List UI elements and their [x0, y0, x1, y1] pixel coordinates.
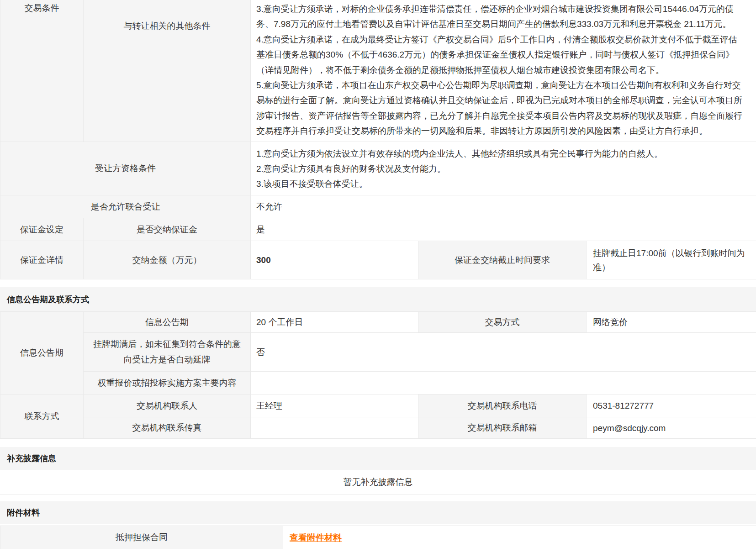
group-label-deposit-detail: 保证金详情 — [0, 241, 84, 279]
label-pay-deposit: 是否交纳保证金 — [84, 218, 251, 241]
attachment-link-cell: 查看附件材料 — [283, 526, 756, 549]
value-contact-fax — [251, 417, 418, 439]
label-auto-extension: 挂牌期满后，如未征集到符合条件的意向受让方是否自动延牌 — [84, 333, 251, 372]
section-header-attachments: 附件材料 — [0, 501, 756, 524]
view-attachment-link[interactable]: 查看附件材料 — [290, 531, 342, 545]
label-mortgage-guarantee-contract: 抵押担保合同 — [0, 526, 283, 549]
section-header-announcement-contact: 信息公告期及联系方式 — [0, 287, 756, 311]
group-label-announcement-period: 信息公告期 — [0, 312, 84, 394]
value-transferee-qualification: 1.意向受让方须为依法设立并有效存续的境内企业法人、其他经济组织或具有完全民事行… — [251, 142, 756, 195]
announcement-contact-table: 信息公告期 信息公告期 20 个工作日 交易方式 网络竞价 挂牌期满后，如未征集… — [0, 311, 756, 439]
value-other-transfer-conditions: 3.意向受让方须承诺，对标的企业债务承担连带清偿责任，偿还标的企业对烟台城市建设… — [251, 0, 756, 142]
transaction-conditions-table: 交易条件 与转让相关的其他条件 3.意向受让方须承诺，对标的企业债务承担连带清偿… — [0, 0, 756, 279]
label-transferee-qualification: 受让方资格条件 — [0, 142, 251, 195]
label-trade-method: 交易方式 — [418, 312, 587, 333]
label-joint-transfer-allowed: 是否允许联合受让 — [0, 195, 251, 218]
value-auto-extension: 否 — [251, 333, 756, 372]
label-contact-person: 交易机构联系人 — [84, 394, 251, 417]
value-trade-method: 网络竞价 — [587, 312, 756, 333]
value-contact-phone: 0531-81272777 — [587, 394, 756, 417]
label-contact-phone: 交易机构联系电话 — [418, 394, 587, 417]
supplement-empty-text: 暂无补充披露信息 — [0, 470, 756, 494]
value-contact-person: 王经理 — [251, 394, 418, 417]
group-label-deal-conditions: 交易条件 — [0, 0, 84, 142]
label-weight-bid-plan: 权重报价或招投标实施方案主要内容 — [84, 372, 251, 394]
label-contact-fax: 交易机构联系传真 — [84, 417, 251, 439]
section-header-supplement-disclosure: 补充披露信息 — [0, 447, 756, 470]
value-announcement-period: 20 个工作日 — [251, 312, 418, 333]
label-announcement-period: 信息公告期 — [84, 312, 251, 333]
value-joint-transfer-allowed: 不允许 — [251, 195, 756, 218]
label-deposit-amount: 交纳金额（万元） — [84, 241, 251, 279]
value-weight-bid-plan — [251, 372, 756, 394]
value-pay-deposit: 是 — [251, 218, 756, 241]
value-deposit-amount: 300 — [251, 241, 418, 279]
attachments-table: 抵押担保合同 查看附件材料 — [0, 526, 756, 549]
label-other-transfer-conditions: 与转让相关的其他条件 — [84, 0, 251, 142]
group-label-contact: 联系方式 — [0, 394, 84, 439]
listing-detail-page: 交易条件 与转让相关的其他条件 3.意向受让方须承诺，对标的企业债务承担连带清偿… — [0, 0, 756, 552]
group-label-deposit-setting: 保证金设定 — [0, 218, 84, 241]
label-deposit-deadline: 保证金交纳截止时间要求 — [418, 241, 587, 279]
label-contact-email: 交易机构联系邮箱 — [418, 417, 587, 439]
value-contact-email: peym@sdcqjy.com — [587, 417, 756, 439]
value-deposit-deadline: 挂牌截止日17:00前（以银行到账时间为准） — [587, 241, 756, 279]
